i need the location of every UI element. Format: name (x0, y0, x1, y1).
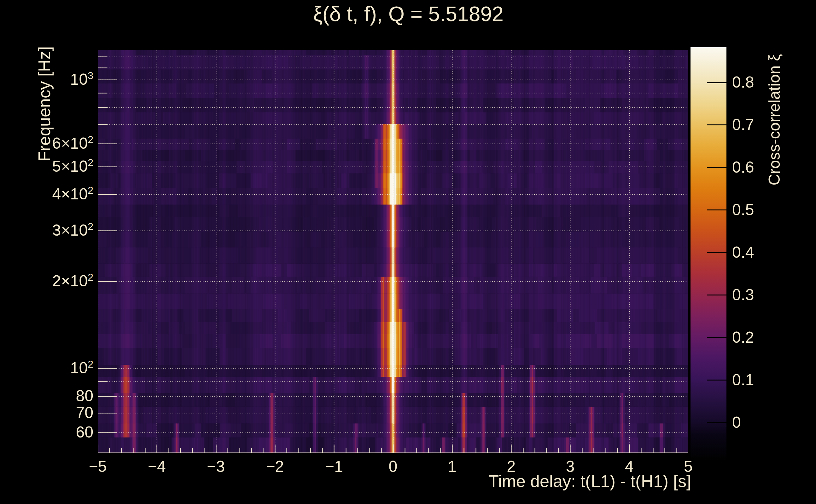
colorbar-tick-label: 0.5 (732, 201, 754, 219)
y-tick-label: 3×102 (52, 221, 93, 239)
colorbar-tick-label: 0.6 (732, 158, 754, 176)
colorbar-tick-label: 0.1 (732, 370, 754, 389)
x-tick-label: −2 (266, 457, 284, 476)
colorbar-tick-mark (707, 422, 727, 423)
x-axis-title: Time delay: t(L1) - t(H1) [s] (488, 471, 691, 491)
x-tick-label: 1 (448, 457, 457, 476)
colorbar-tick-label: 0.3 (732, 286, 754, 304)
x-tick-label: −1 (325, 457, 343, 476)
colorbar-tick-label: 0.8 (732, 73, 754, 91)
y-axis-title: Frequency [Hz] (34, 46, 54, 162)
y-tick-label: 4×102 (52, 185, 93, 203)
chart-title: ξ(δ t, f), Q = 5.51892 (313, 2, 503, 26)
colorbar-tick-mark (707, 167, 727, 168)
colorbar-tick-mark (707, 209, 727, 210)
x-tick-label: −4 (148, 457, 166, 476)
colorbar-tick-mark (707, 380, 727, 381)
colorbar-tick-mark (707, 82, 727, 83)
colorbar-tick-label: 0.7 (732, 116, 754, 134)
colorbar-tick-mark (707, 337, 727, 338)
colorbar-title: Cross-correlation ξ (765, 54, 784, 186)
colorbar-tick-label: 0 (732, 413, 741, 431)
colorbar-tick-mark (707, 252, 727, 253)
heatmap-plot (98, 50, 688, 453)
colorbar-tick-mark (707, 124, 727, 125)
x-tick-label: −5 (89, 457, 106, 476)
colorbar-gradient (691, 47, 727, 460)
y-tick-label: 2×102 (52, 272, 93, 290)
y-tick-label: 70 (76, 404, 93, 422)
y-tick-label: 80 (76, 387, 93, 405)
colorbar-tick-mark (707, 295, 727, 295)
y-tick-label: 6×102 (52, 134, 93, 152)
y-tick-label: 102 (70, 359, 93, 377)
x-tick-label: 0 (389, 457, 398, 476)
y-tick-label: 60 (76, 423, 93, 441)
y-tick-label: 5×102 (52, 157, 93, 175)
y-tick-label: 103 (70, 70, 93, 89)
x-tick-label: −3 (207, 457, 225, 476)
figure-canvas: ξ(δ t, f), Q = 5.51892 Frequency [Hz] 10… (0, 0, 816, 504)
colorbar-tick-label: 0.2 (732, 328, 754, 347)
colorbar-tick-label: 0.4 (732, 243, 754, 261)
